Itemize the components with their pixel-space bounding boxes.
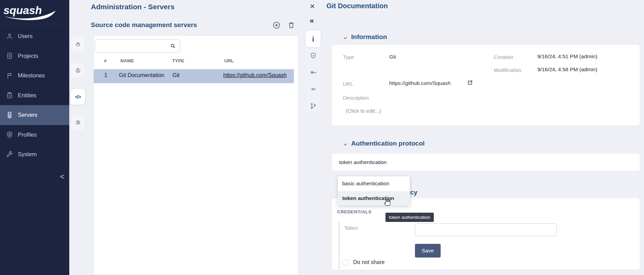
tab-ai-servers[interactable] — [71, 115, 85, 131]
shield-check-icon — [310, 52, 317, 59]
sidebar-item-servers[interactable]: Servers — [0, 105, 69, 125]
collapse-panel-icon[interactable]: « — [310, 16, 314, 25]
clipboard-icon — [6, 91, 13, 99]
tab-credentials[interactable] — [306, 64, 321, 81]
column-header-name: NAME — [120, 58, 134, 63]
server-search-box — [95, 39, 180, 52]
modification-value: 9/16/24, 4:58 PM (admin) — [537, 66, 597, 73]
sidebar-item-label: Profiles — [18, 132, 37, 138]
creation-label: Creation — [494, 54, 513, 60]
flag-icon — [6, 72, 13, 79]
type-label: Type — [343, 54, 354, 60]
panel-title: Git Documentation — [326, 2, 388, 10]
information-heading[interactable]: Information — [351, 33, 387, 41]
server-icon — [6, 111, 13, 119]
sidebar-item-label: Users — [18, 33, 33, 39]
dropdown-option-token[interactable]: token authentication — [338, 191, 410, 206]
auth-protocol-dropdown: basic authentication token authenticatio… — [338, 176, 410, 205]
chevron-down-icon[interactable] — [343, 36, 348, 40]
server-url-link[interactable]: https://github.com/Squash — [223, 72, 287, 78]
bug-icon — [74, 40, 82, 48]
external-link-icon[interactable] — [467, 80, 473, 86]
user-icon — [6, 33, 13, 40]
sidebar: squash Users Projects Milestones Entitie… — [0, 0, 69, 275]
tab-scm-servers[interactable]: </> — [71, 89, 85, 105]
url-label: URL — [343, 81, 353, 87]
ai-brain-icon — [74, 119, 82, 126]
description-edit-placeholder[interactable]: (Click to edit...) — [346, 108, 381, 114]
tab-bugtracker-servers[interactable] — [71, 36, 85, 52]
server-search-input[interactable] — [99, 41, 167, 51]
sidebar-item-system[interactable]: System — [0, 145, 69, 164]
credentials-label: CREDENTIALS — [337, 209, 371, 214]
auth-protocol-selected-value: token authentication — [339, 159, 387, 165]
sidebar-item-milestones[interactable]: Milestones — [0, 66, 69, 86]
column-header-type: TYPE — [172, 58, 184, 63]
delete-server-button[interactable] — [287, 21, 295, 29]
modification-label: Modification — [494, 67, 521, 73]
save-button[interactable]: Save — [415, 244, 441, 258]
url-value[interactable]: https://github.com/Squash — [389, 80, 451, 86]
add-server-button[interactable] — [272, 21, 281, 29]
panel-tab-strip: i — [305, 30, 322, 115]
squash-logo: squash — [2, 1, 64, 21]
row-type: Git — [172, 72, 179, 78]
tooltip: token authentication — [385, 213, 434, 222]
token-input[interactable] — [415, 223, 557, 236]
search-icon — [170, 43, 176, 49]
section-title: Source code management servers — [91, 21, 197, 29]
tab-commits[interactable] — [306, 81, 321, 98]
form-indent-line — [339, 222, 339, 269]
type-value: Git — [389, 54, 396, 60]
creation-value: 9/16/24, 4:51 PM (admin) — [537, 53, 597, 60]
sidebar-divider — [0, 24, 69, 24]
git-commit-icon — [310, 86, 317, 93]
sidebar-item-label: System — [18, 151, 37, 158]
auth-protocol-heading[interactable]: Authentication protocol — [351, 140, 425, 147]
sidebar-item-profiles[interactable]: Profiles — [0, 125, 69, 145]
key-icon — [310, 69, 317, 76]
tab-automation-servers[interactable] — [71, 62, 85, 78]
sidebar-item-label: Entities — [18, 92, 36, 99]
sidebar-item-entities[interactable]: Entities — [0, 86, 69, 105]
token-label: Token — [344, 225, 358, 231]
column-header-url: URL — [224, 58, 234, 63]
git-branch-icon — [310, 102, 317, 110]
close-panel-icon[interactable]: ✕ — [310, 2, 315, 10]
sidebar-nav: Users Projects Milestones Entities Serve… — [0, 26, 69, 164]
wrench-icon — [6, 151, 13, 158]
svg-text:squash: squash — [3, 4, 42, 16]
profile-badge-icon — [6, 131, 13, 138]
document-icon — [6, 52, 13, 60]
row-name: Git Documentation — [119, 72, 165, 78]
sidebar-item-projects[interactable]: Projects — [0, 46, 69, 66]
robot-icon — [74, 67, 82, 74]
app-window: squash Users Projects Milestones Entitie… — [0, 0, 644, 275]
do-not-share-label: Do not share — [353, 259, 385, 265]
chevron-down-icon[interactable] — [343, 142, 348, 147]
sidebar-collapse-button[interactable]: < — [60, 173, 64, 180]
code-icon: </> — [75, 94, 81, 100]
row-index: 1 — [104, 72, 107, 78]
tab-branches[interactable] — [306, 98, 321, 114]
column-header-index: # — [104, 58, 107, 63]
tab-policies[interactable] — [306, 47, 321, 64]
sidebar-item-label: Servers — [18, 112, 37, 118]
row-url-link[interactable]: https://github.com/Squash — [223, 72, 287, 78]
auth-protocol-select[interactable]: token authentication — [331, 153, 640, 171]
sidebar-item-users[interactable]: Users — [0, 26, 69, 46]
description-label: Description — [343, 95, 369, 101]
tab-information[interactable]: i — [306, 30, 321, 47]
sidebar-item-label: Milestones — [18, 72, 45, 79]
page-title: Administration - Servers — [91, 3, 175, 11]
sidebar-item-label: Projects — [18, 53, 38, 59]
do-not-share-checkbox[interactable] — [343, 259, 349, 265]
dropdown-option-basic[interactable]: basic authentication — [338, 176, 410, 191]
info-icon: i — [312, 36, 314, 42]
